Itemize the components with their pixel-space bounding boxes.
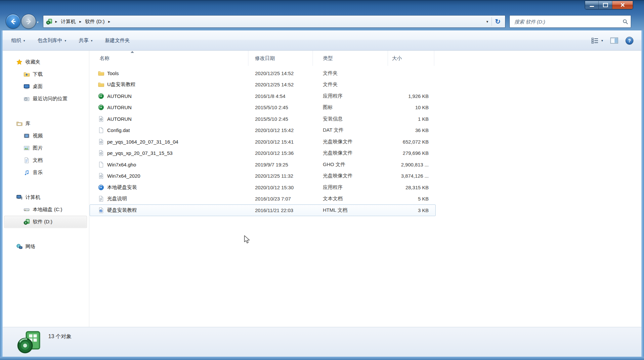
file-date: 2020/10/12 15:30 <box>248 185 313 190</box>
table-row[interactable]: Tools2020/12/25 14:52文件夹 <box>90 68 436 79</box>
preview-pane-icon <box>610 37 618 44</box>
sidebar-item-label: 本地磁盘 (C:) <box>33 206 62 213</box>
table-row[interactable]: 本地硬盘安装2020/10/12 15:30应用程序28,315 KB <box>90 182 436 193</box>
toolbar-button-1[interactable]: 包含到库中▾ <box>34 35 70 46</box>
table-row[interactable]: 硬盘安装教程2016/11/21 22:03HTML 文档3 KB <box>90 204 436 216</box>
sidebar-item-1-0[interactable]: 视频 <box>4 130 87 142</box>
folder-icon <box>98 81 104 88</box>
recent-pages-dropdown[interactable]: ▾ <box>37 20 39 24</box>
file-date: 2015/5/10 2:45 <box>248 116 313 122</box>
file-date: 2020/12/25 14:52 <box>248 82 313 87</box>
preview-pane-button[interactable] <box>610 37 618 44</box>
change-view-button[interactable]: ▾ <box>591 37 603 44</box>
file-type: 图标 <box>313 104 388 111</box>
breadcrumb-separator-icon[interactable]: ▸ <box>108 19 110 24</box>
file-name: pe_yqs_xp_20_07_31_15_53 <box>107 150 173 156</box>
sidebar-section-0[interactable]: 收藏夹 <box>4 56 87 68</box>
table-row[interactable]: AUTORUN2015/5/10 2:45图标10 KB <box>90 102 436 113</box>
sidebar-section-2[interactable]: 计算机 <box>4 191 87 203</box>
minimize-icon <box>590 6 594 7</box>
toolbar-button-3[interactable]: 新建文件夹 <box>101 35 134 46</box>
file-size: 5 KB <box>388 196 429 202</box>
table-row[interactable]: U盘安装教程2020/12/25 14:52文件夹 <box>90 79 436 91</box>
sidebar-section-3[interactable]: 网络 <box>4 241 87 253</box>
table-row[interactable]: 光盘说明2016/10/23 7:07文本文档5 KB <box>90 193 436 205</box>
file-plain-icon <box>98 127 104 133</box>
sidebar-item-0-1[interactable]: 桌面 <box>4 80 87 93</box>
file-size: 36 KB <box>388 127 429 133</box>
column-header-3[interactable]: 大小 <box>388 51 434 66</box>
file-size: 10 KB <box>388 105 429 110</box>
sidebar-item-0-2[interactable]: 最近访问的位置 <box>4 93 87 105</box>
close-button[interactable] <box>612 1 633 9</box>
sidebar-section-label: 库 <box>25 120 30 127</box>
file-type: 应用程序 <box>313 184 388 191</box>
sidebar-item-1-2[interactable]: 文档 <box>4 154 87 166</box>
sidebar-section-1[interactable]: 库 <box>4 117 87 130</box>
title-bar: ▾ ▸计算机▸软件 (D:)▸▾↻ <box>0 0 644 30</box>
address-bar[interactable]: ▸计算机▸软件 (D:)▸▾↻ <box>43 15 505 28</box>
table-row[interactable]: AUTORUN2015/5/10 2:45安装信息1 KB <box>90 113 436 125</box>
sidebar-item-1-1[interactable]: 图片 <box>4 142 87 154</box>
app-green-icon <box>98 104 104 111</box>
file-name: AUTORUN <box>107 93 132 99</box>
breadcrumb-separator-icon[interactable]: ▸ <box>55 19 57 24</box>
address-dropdown-arrow[interactable]: ▾ <box>483 20 492 24</box>
search-icon[interactable] <box>623 19 628 24</box>
file-type: 应用程序 <box>313 93 388 99</box>
table-row[interactable]: pe_yqs_xp_20_07_31_15_532020/10/12 15:36… <box>90 148 436 159</box>
dropdown-arrow-icon: ▾ <box>91 39 93 42</box>
sidebar-item-label: 下载 <box>33 71 43 77</box>
window-border-left <box>0 30 3 360</box>
column-header-1[interactable]: 修改日期 <box>248 51 313 66</box>
app-blue-icon <box>98 184 104 191</box>
maximize-button[interactable] <box>599 1 612 9</box>
search-input[interactable] <box>514 19 623 25</box>
maximize-icon <box>603 3 608 7</box>
sidebar-item-label: 桌面 <box>33 83 43 90</box>
back-button[interactable] <box>6 14 21 29</box>
table-row[interactable]: AUTORUN2016/1/8 4:54应用程序1,926 KB <box>90 90 436 102</box>
file-date: 2020/10/12 15:36 <box>248 150 313 156</box>
toolbar-button-2[interactable]: 共享▾ <box>75 35 97 46</box>
toolbar-button-label: 新建文件夹 <box>105 37 130 44</box>
refresh-button[interactable]: ↻ <box>492 17 504 26</box>
file-rows: Tools2020/12/25 14:52文件夹U盘安装教程2020/12/25… <box>90 68 436 216</box>
library-icon <box>16 120 22 127</box>
app-green-icon <box>98 93 104 99</box>
column-header-2[interactable]: 类型 <box>313 51 388 66</box>
breadcrumb-item-0[interactable]: 计算机 <box>60 18 76 26</box>
file-date: 2016/10/23 7:07 <box>248 196 313 202</box>
file-size: 3 KB <box>388 207 429 213</box>
table-row[interactable]: Win7x64_20202020/12/25 11:32光盘映像文件3,874,… <box>90 170 436 182</box>
file-date: 2016/11/21 22:03 <box>248 207 313 213</box>
file-type: HTML 文档 <box>313 207 388 213</box>
toolbar-button-0[interactable]: 组织▾ <box>7 35 29 46</box>
sidebar-item-2-1[interactable]: 软件 (D:) <box>4 216 87 228</box>
breadcrumb-item-1[interactable]: 软件 (D:) <box>84 18 105 26</box>
table-row[interactable]: Config.dat2020/10/12 15:42DAT 文件36 KB <box>90 125 436 136</box>
file-date: 2020/12/25 14:52 <box>248 70 313 76</box>
sidebar-item-0-0[interactable]: 下载 <box>4 68 87 80</box>
file-type: 光盘映像文件 <box>313 139 388 145</box>
table-row[interactable]: Win7x64.gho2019/9/7 19:25GHO 文件2,900,813… <box>90 159 436 170</box>
sidebar-item-1-3[interactable]: 音乐 <box>4 166 87 179</box>
column-header-0[interactable]: 名称 <box>90 51 248 66</box>
file-type: DAT 文件 <box>313 127 388 133</box>
sidebar-section-label: 收藏夹 <box>25 59 40 65</box>
minimize-button[interactable] <box>585 1 599 9</box>
forward-button[interactable] <box>21 14 36 29</box>
help-button[interactable]: ? <box>625 37 633 45</box>
sidebar-item-2-0[interactable]: 本地磁盘 (C:) <box>4 203 87 216</box>
breadcrumb-separator-icon[interactable]: ▸ <box>79 19 81 24</box>
explorer-window: ▾ ▸计算机▸软件 (D:)▸▾↻ 组织▾包含到库中▾共享▾新建文件夹 <box>0 0 644 360</box>
drive-d-icon <box>46 19 52 25</box>
file-size: 3,874,126 ... <box>388 173 429 179</box>
file-size: 1,926 KB <box>388 93 429 99</box>
table-row[interactable]: pe_yqs_1064_20_07_31_16_042020/10/12 15:… <box>90 136 436 148</box>
file-name: AUTORUN <box>107 105 132 110</box>
disc-image-icon <box>98 150 104 156</box>
column-header-label: 名称 <box>100 55 109 62</box>
file-plain-icon <box>98 161 104 168</box>
file-size: 28,315 KB <box>388 185 429 190</box>
